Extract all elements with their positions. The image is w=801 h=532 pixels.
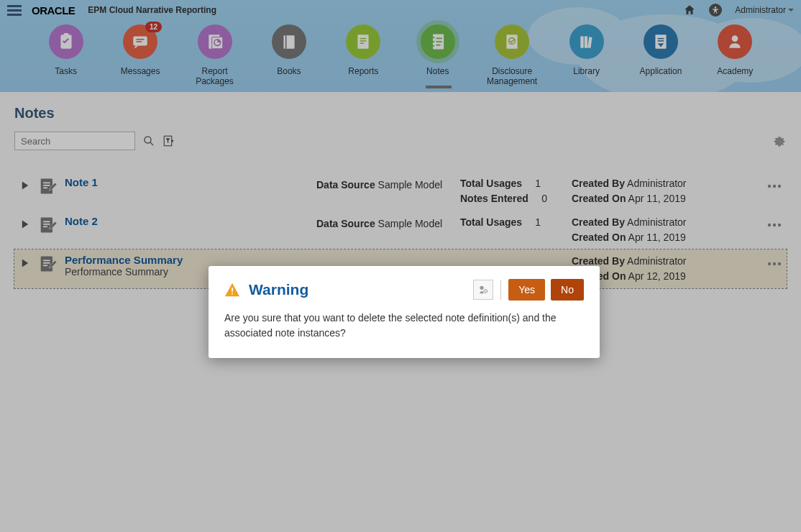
warning-icon (224, 282, 240, 298)
yes-button[interactable]: Yes (508, 279, 545, 301)
svg-rect-59 (232, 293, 233, 295)
svg-point-60 (480, 286, 484, 290)
dialog-title: Warning (249, 281, 308, 298)
warning-dialog: Warning ? Yes No Are you sure that you w… (209, 266, 600, 358)
divider (500, 280, 501, 300)
dialog-pin-button[interactable]: ? (473, 280, 493, 300)
dialog-body: Are you sure that you want to delete the… (224, 311, 584, 341)
svg-rect-58 (232, 288, 233, 292)
no-button[interactable]: No (551, 279, 584, 301)
